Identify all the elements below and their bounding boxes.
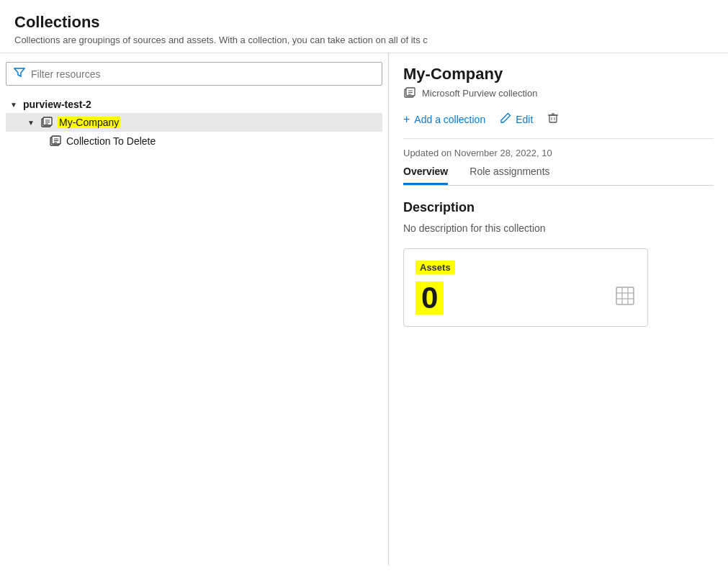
edit-label: Edit xyxy=(516,114,533,125)
collection-title: My-Company xyxy=(403,65,714,84)
add-icon: + xyxy=(403,113,410,126)
edit-icon xyxy=(500,112,511,127)
tab-role-assignments[interactable]: Role assignments xyxy=(469,166,549,185)
right-panel: My-Company Microsoft Purview collection … xyxy=(389,53,728,565)
tab-overview[interactable]: Overview xyxy=(403,166,448,185)
tree-root-label: purview-test-2 xyxy=(23,99,91,110)
collection-icon-delete xyxy=(49,135,62,148)
collection-icon-my-company xyxy=(40,116,53,129)
chevron-my-company-icon xyxy=(27,119,36,127)
tabs-row: Overview Role assignments xyxy=(403,166,714,186)
page-title: Collections xyxy=(14,13,714,32)
tree-container: purview-test-2 My-Company xyxy=(6,96,382,556)
delete-icon xyxy=(547,112,559,127)
collection-header: My-Company Microsoft Purview collection xyxy=(403,65,714,99)
tree-label-my-company: My-Company xyxy=(58,117,120,128)
tree-item-collection-to-delete[interactable]: Collection To Delete xyxy=(6,132,382,150)
filter-box[interactable] xyxy=(6,62,382,86)
filter-input[interactable] xyxy=(31,68,374,80)
add-collection-label: Add a collection xyxy=(414,114,485,125)
updated-text: Updated on November 28, 2022, 10 xyxy=(403,148,714,158)
svg-rect-20 xyxy=(616,287,634,304)
delete-button[interactable] xyxy=(547,109,559,130)
description-empty: No description for this collection xyxy=(403,222,714,234)
tree-label-collection-to-delete: Collection To Delete xyxy=(66,135,156,147)
filter-icon xyxy=(14,67,25,81)
collection-type-row: Microsoft Purview collection xyxy=(403,86,714,99)
assets-count: 0 xyxy=(415,281,444,315)
main-layout: purview-test-2 My-Company xyxy=(0,53,728,565)
page-header: Collections Collections are groupings of… xyxy=(0,0,728,53)
tree-item-my-company[interactable]: My-Company xyxy=(6,113,382,132)
chevron-root-icon xyxy=(10,101,19,109)
edit-button[interactable]: Edit xyxy=(500,109,533,130)
table-icon[interactable] xyxy=(614,285,636,312)
add-collection-button[interactable]: + Add a collection xyxy=(403,110,485,129)
collection-type-label: Microsoft Purview collection xyxy=(422,88,537,99)
assets-card: Assets 0 xyxy=(403,248,648,327)
left-panel: purview-test-2 My-Company xyxy=(0,53,389,565)
collection-type-icon xyxy=(403,86,416,99)
assets-row: 0 xyxy=(415,281,636,315)
page-subtitle: Collections are groupings of sources and… xyxy=(14,35,714,45)
description-title: Description xyxy=(403,200,714,215)
action-bar: + Add a collection Edit xyxy=(403,109,714,139)
tree-item-root[interactable]: purview-test-2 xyxy=(6,96,382,113)
svg-rect-15 xyxy=(549,115,557,122)
assets-label: Assets xyxy=(415,261,455,274)
